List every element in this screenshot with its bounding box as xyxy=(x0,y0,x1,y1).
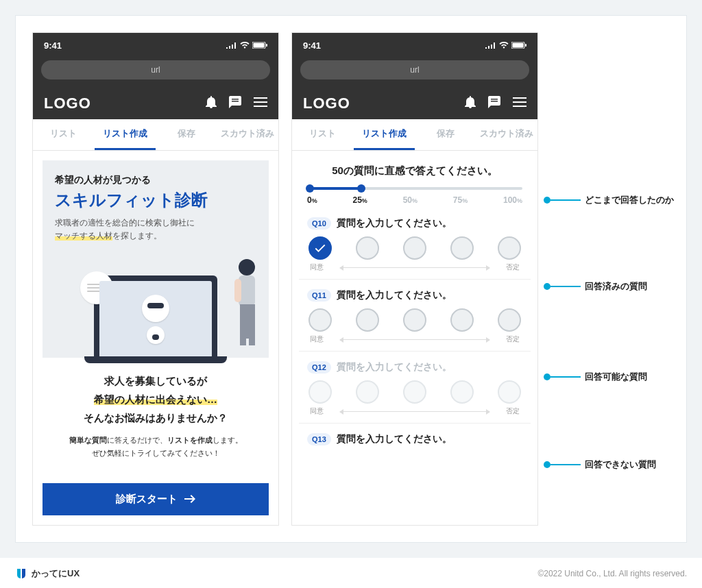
tab-list-create[interactable]: リスト作成 xyxy=(354,119,415,150)
label-deny: 否定 xyxy=(506,334,520,344)
url-input[interactable]: url xyxy=(41,60,270,79)
option-4 xyxy=(450,380,474,404)
status-bar: 9:41 xyxy=(33,33,278,58)
wifi-icon xyxy=(499,42,509,49)
svg-rect-5 xyxy=(234,279,241,302)
annotation-disabled: 回答できない質問 xyxy=(544,458,656,471)
progress-25: 25% xyxy=(352,195,367,205)
hero-card: 希望の人材が見つかる スキルフィット診断 求職者の適性を総合的に検索し御社に マ… xyxy=(43,160,269,358)
wifi-icon xyxy=(240,42,250,49)
app-header: LOGO xyxy=(33,88,278,119)
laptop-icon xyxy=(94,275,217,358)
svg-rect-10 xyxy=(513,43,524,48)
option-3 xyxy=(403,380,426,404)
option-3[interactable] xyxy=(403,236,426,260)
option-1[interactable] xyxy=(308,236,332,260)
question-q11: Q11質問を入力してください。 同意否定 xyxy=(299,279,531,351)
option-1[interactable] xyxy=(308,308,332,332)
tab-list[interactable]: リスト xyxy=(292,119,354,150)
annotation-active: 回答可能な質問 xyxy=(544,371,647,383)
tabs: リスト リスト作成 保存 スカウト済み xyxy=(292,119,537,151)
question-q10: Q10質問を入力してください。 同意否定 xyxy=(299,208,531,279)
svg-rect-11 xyxy=(525,44,526,47)
bell-icon[interactable] xyxy=(465,96,476,111)
person-illustration xyxy=(226,255,262,358)
message-icon[interactable] xyxy=(229,96,241,111)
check-icon xyxy=(315,244,326,252)
bell-icon[interactable] xyxy=(206,96,217,111)
status-time: 9:41 xyxy=(303,40,321,51)
status-bar: 9:41 xyxy=(292,33,537,58)
browser-url-bar: url xyxy=(33,58,278,88)
label-agree: 同意 xyxy=(310,262,324,272)
option-2[interactable] xyxy=(356,308,379,332)
q-text: 質問を入力してください。 xyxy=(337,289,452,302)
battery-icon xyxy=(252,42,267,49)
signal-icon xyxy=(226,42,237,49)
battery-icon xyxy=(511,42,526,49)
tab-scout[interactable]: スカウト済み xyxy=(217,119,279,150)
option-2[interactable] xyxy=(356,236,379,260)
robot-icon xyxy=(142,295,169,322)
instruction-text: 50の質問に直感で答えてください。 xyxy=(299,160,531,187)
q-num: Q10 xyxy=(307,217,331,230)
tab-list-create[interactable]: リスト作成 xyxy=(95,119,156,150)
q-text: 質問を入力してください。 xyxy=(337,361,452,373)
label-deny: 否定 xyxy=(506,406,520,416)
progress-75: 75% xyxy=(453,195,468,205)
promo-block: 求人を募集しているが 希望の人材に出会えない… そんなお悩みはありませんか？ 簡… xyxy=(43,358,269,473)
label-agree: 同意 xyxy=(310,334,324,344)
q-num: Q11 xyxy=(307,289,331,302)
option-2 xyxy=(356,380,379,404)
option-5[interactable] xyxy=(498,308,521,332)
q-text: 質問を入力してください。 xyxy=(337,433,452,445)
app-header: LOGO xyxy=(292,88,537,119)
browser-url-bar: url xyxy=(292,58,537,88)
option-5 xyxy=(498,380,521,404)
svg-rect-7 xyxy=(240,304,246,345)
phone-mock-1: 9:41 url LOGO リスト リスト作成 保存 スカウト済み 希望の人材が… xyxy=(32,32,279,526)
progress-bar: 0% 25% 50% 75% 100% xyxy=(299,187,531,208)
q-num: Q13 xyxy=(307,433,331,445)
url-input[interactable]: url xyxy=(300,60,529,79)
tabs: リスト リスト作成 保存 スカウト済み xyxy=(33,119,278,151)
tab-list[interactable]: リスト xyxy=(33,119,95,150)
question-q12: Q12質問を入力してください。 同意否定 xyxy=(299,351,531,423)
status-icons xyxy=(485,42,526,49)
logo: LOGO xyxy=(44,95,91,112)
progress-100: 100% xyxy=(503,195,522,205)
status-icons xyxy=(226,42,267,49)
label-deny: 否定 xyxy=(506,262,520,272)
brand-icon xyxy=(15,567,27,580)
hero-subtitle: 希望の人材が見つかる xyxy=(55,174,256,186)
option-5[interactable] xyxy=(498,236,521,260)
option-4[interactable] xyxy=(450,236,474,260)
logo: LOGO xyxy=(303,95,350,112)
option-3[interactable] xyxy=(403,308,426,332)
progress-0: 0% xyxy=(307,195,317,205)
label-agree: 同意 xyxy=(310,406,324,416)
progress-50: 50% xyxy=(403,195,417,205)
hamburger-icon[interactable] xyxy=(254,97,267,110)
tab-save[interactable]: 保存 xyxy=(415,119,476,150)
hero-title: スキルフィット診断 xyxy=(55,189,256,211)
annotation-answered: 回答済みの質問 xyxy=(544,280,647,293)
svg-rect-2 xyxy=(266,44,267,47)
start-diagnosis-button[interactable]: 診断スタート xyxy=(43,483,269,515)
svg-point-3 xyxy=(239,259,255,275)
footer-brand: かってにUX xyxy=(15,567,80,580)
status-time: 9:41 xyxy=(44,40,62,51)
annotation-progress: どこまで回答したのか xyxy=(544,194,674,206)
question-q13: Q13質問を入力してください。 xyxy=(299,423,531,459)
phone-mock-2: 9:41 url LOGO リスト リスト作成 保存 スカウト済み 50の質問に… xyxy=(291,32,538,526)
tab-scout[interactable]: スカウト済み xyxy=(476,119,538,150)
signal-icon xyxy=(485,42,496,49)
q-num: Q12 xyxy=(307,361,331,373)
tab-save[interactable]: 保存 xyxy=(156,119,217,150)
robot-icon xyxy=(147,326,165,344)
footer: かってにUX ©2022 Unitd Co., Ltd. All rights … xyxy=(0,558,702,585)
option-4[interactable] xyxy=(450,308,474,332)
copyright: ©2022 Unitd Co., Ltd. All rights reserve… xyxy=(537,569,687,578)
message-icon[interactable] xyxy=(488,96,500,111)
hamburger-icon[interactable] xyxy=(513,97,526,110)
